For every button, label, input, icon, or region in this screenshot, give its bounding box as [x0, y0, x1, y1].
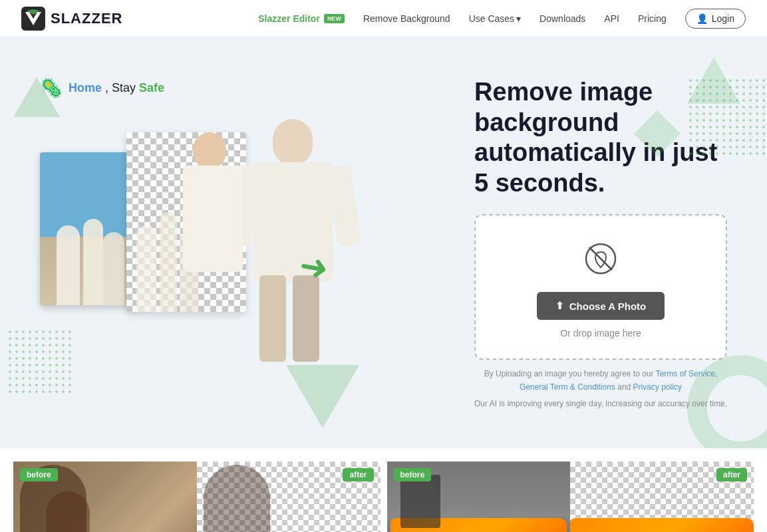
- drop-text: Or drop image here: [496, 328, 706, 338]
- nav-remove-bg[interactable]: Remove Background: [363, 13, 450, 24]
- hero-heading: Remove image background automatically in…: [474, 77, 727, 198]
- upload-dropzone[interactable]: ⬆ Choose A Photo Or drop image here: [474, 214, 727, 360]
- logo-text: SLAZZER: [51, 10, 122, 27]
- privacy-policy-link[interactable]: Privacy policy: [633, 382, 682, 392]
- choose-photo-button[interactable]: ⬆ Choose A Photo: [537, 292, 665, 320]
- triangle-shape-bottom: [286, 365, 359, 428]
- nav-logo[interactable]: SLAZZER: [21, 7, 122, 31]
- arrow-decoration: ➜: [297, 250, 331, 289]
- stay-home-text: Home , Stay Safe: [69, 81, 164, 95]
- ai-note: Our AI is improving every single day, in…: [474, 399, 727, 408]
- terms-of-service-link[interactable]: Terms of Service: [656, 369, 715, 378]
- stay-home-badge: 🦠 Home , Stay Safe: [40, 77, 474, 99]
- user-icon: 👤: [696, 13, 708, 24]
- editor-label: Slazzer Editor: [258, 13, 320, 24]
- no-photo-icon: [496, 242, 706, 281]
- upload-terms: By Uploading an image you hereby agree t…: [474, 368, 727, 393]
- nav-editor-item[interactable]: Slazzer Editor NEW: [258, 13, 345, 24]
- nav-use-cases[interactable]: Use Cases ▾: [469, 13, 521, 24]
- hero-section: 🦠 Home , Stay Safe: [0, 37, 767, 448]
- previews-section: before after < > before after < >: [0, 448, 767, 532]
- car-before-label: before: [394, 468, 432, 481]
- location-off-icon: [584, 242, 617, 275]
- preview-family: before after < >: [13, 462, 381, 532]
- nav-links: Slazzer Editor NEW Remove Background Use…: [258, 9, 746, 29]
- hero-images: ➜: [40, 112, 386, 365]
- hero-left: 🦠 Home , Stay Safe: [40, 77, 474, 365]
- nav-downloads[interactable]: Downloads: [539, 13, 585, 24]
- navbar: SLAZZER Slazzer Editor NEW Remove Backgr…: [0, 0, 767, 37]
- nav-pricing[interactable]: Pricing: [638, 13, 667, 24]
- family-before-label: before: [20, 468, 58, 481]
- hero-right: Remove image background automatically in…: [474, 77, 727, 408]
- nav-api[interactable]: API: [604, 13, 619, 24]
- car-after-label: after: [716, 468, 747, 481]
- login-button[interactable]: 👤 Login: [685, 9, 746, 29]
- virus-icon: 🦠: [40, 77, 63, 99]
- preview-car: before after < >: [387, 462, 754, 532]
- family-after-label: after: [343, 468, 373, 481]
- chevron-down-icon: ▾: [516, 13, 521, 24]
- new-badge: NEW: [324, 14, 345, 23]
- general-terms-link[interactable]: General Term & Conditions: [520, 382, 615, 392]
- logo-icon: [21, 7, 45, 31]
- person-large: [220, 112, 379, 365]
- upload-icon-btn: ⬆: [555, 300, 564, 312]
